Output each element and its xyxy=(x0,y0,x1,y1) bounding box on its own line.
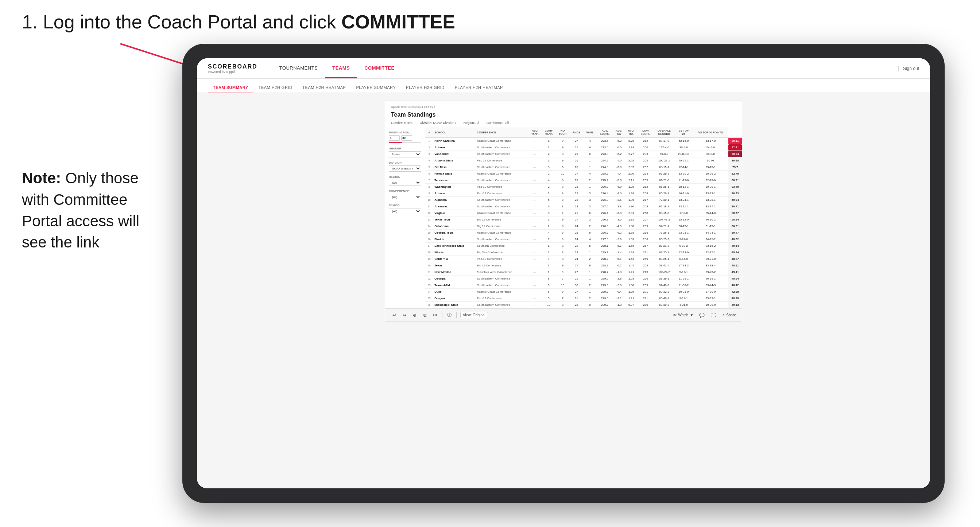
cell-wins: 1 xyxy=(584,164,597,171)
cell-no-tour: 8 xyxy=(556,197,570,203)
cell-avg-sg: 1.85 xyxy=(625,230,637,236)
table-row[interactable]: 15 Georgia Tech Atlantic Coast Conferenc… xyxy=(425,230,742,236)
cell-low-score: 59-39-1 xyxy=(654,276,675,282)
table-row[interactable]: 19 California Pac-12 Conference — 4 8 24… xyxy=(425,256,742,262)
more-icon[interactable]: ••• xyxy=(432,312,438,319)
sub-nav-player-h2h-grid[interactable]: PLAYER H2H GRID xyxy=(401,85,450,93)
table-row[interactable]: 23 Texas A&M Southeastern Conference — 9… xyxy=(425,282,742,289)
cell-adj-score: 278.7 xyxy=(596,269,613,276)
nav-link-tournaments[interactable]: TOURNAMENTS xyxy=(272,58,325,78)
table-row[interactable]: 3 Vanderbilt Southeastern Conference — 2… xyxy=(425,151,742,157)
table-row[interactable]: 5 Ole Miss Southeastern Conference — 3 6… xyxy=(425,164,742,171)
cell-reg-rank: — xyxy=(528,157,542,164)
cell-school: Arizona State xyxy=(433,157,476,164)
sub-nav-team-h2h-grid[interactable]: TEAM H2H GRID xyxy=(253,85,298,93)
cell-vs-25: 29-25-2 xyxy=(693,269,729,276)
table-row[interactable]: 7 Tennessee Southeastern Conference — 4 … xyxy=(425,177,742,184)
table-row[interactable]: 22 Georgia Southeastern Conference — 8 7… xyxy=(425,276,742,282)
paste-icon[interactable]: ⧉ xyxy=(422,312,428,319)
table-row[interactable]: 1 North Carolina Atlantic Coast Conferen… xyxy=(425,138,742,144)
cell-overall: 9-10-2 xyxy=(675,243,693,249)
table-row[interactable]: 4 Arizona State Pac-12 Conference — 1 9 … xyxy=(425,157,742,164)
cell-rnds: 27 xyxy=(570,171,584,177)
cell-points: 82.79 xyxy=(729,171,742,177)
cell-wins: 8 xyxy=(584,262,597,269)
min-rounds-slider[interactable] xyxy=(389,142,421,143)
sign-out-link[interactable]: Sign out xyxy=(903,66,919,71)
gender-select[interactable]: Men's Women's xyxy=(389,151,421,157)
redo-icon[interactable]: ↪ xyxy=(401,312,408,319)
undo-icon[interactable]: ↩ xyxy=(391,312,398,319)
sub-nav-player-h2h-heatmap[interactable]: PLAYER H2H HEATMAP xyxy=(450,85,508,93)
table-row[interactable]: 20 Texas Big 12 Conference — 3 9 27 8 27… xyxy=(425,262,742,269)
school-select[interactable]: (All) xyxy=(389,208,421,214)
table-row[interactable]: 17 East Tennessee State Southern Confere… xyxy=(425,243,742,249)
cell-avg-sg: 1.39 xyxy=(625,289,637,295)
table-row[interactable]: 8 Washington Pac-12 Conference — 2 8 23 … xyxy=(425,184,742,190)
cell-wins: 5 xyxy=(584,243,597,249)
cell-conference: Big 12 Conference xyxy=(476,262,528,269)
col-no-tour: NoTour xyxy=(556,127,570,138)
cell-wins: 6 xyxy=(584,151,597,157)
table-row[interactable]: 21 New Mexico Mountain West Conference —… xyxy=(425,269,742,276)
cell-rank: 20 xyxy=(425,262,433,269)
table-row[interactable]: 9 Arizona Pac-12 Conference — 3 8 22 3 2… xyxy=(425,190,742,197)
conference-group: Conference (All) SEC ACC xyxy=(389,189,421,200)
table-row[interactable]: 13 Texas Tech Big 12 Conference — 1 9 27… xyxy=(425,216,742,223)
cell-rank: 4 xyxy=(425,157,433,164)
min-rounds-from[interactable] xyxy=(389,135,400,141)
table-row[interactable]: 25 Oregon Pac-12 Conference — 5 7 21 2 2… xyxy=(425,295,742,302)
gender-filter: Gender: Men's xyxy=(391,121,412,125)
col-rnds: Rnds xyxy=(570,127,584,138)
conference-select[interactable]: (All) SEC ACC xyxy=(389,194,421,200)
fullscreen-icon[interactable]: ⛶ xyxy=(710,312,717,319)
cell-conference: Pac-12 Conference xyxy=(476,157,528,164)
cell-par: -0.7 xyxy=(613,262,625,269)
cell-par: -5.1 xyxy=(613,243,625,249)
cell-par: -3.8 xyxy=(613,276,625,282)
cell-no-tour: 7 xyxy=(556,295,570,302)
table-row[interactable]: 16 Florida Southeastern Conference — 7 9… xyxy=(425,236,742,243)
cell-rnds: 27 xyxy=(570,144,584,151)
cell-reg-rank: — xyxy=(528,144,542,151)
nav-link-committee[interactable]: COMMITTEE xyxy=(357,58,402,78)
cell-rank: 11 xyxy=(425,203,433,210)
watch-button[interactable]: 👁 Watch ▼ xyxy=(673,313,693,317)
cell-no-tour: 9 xyxy=(556,269,570,276)
table-row[interactable]: 18 Illinois Big Ten Conference — 1 8 23 … xyxy=(425,249,742,256)
filter-row: Gender: Men's Division: NCAA Division I … xyxy=(391,121,736,125)
table-row[interactable]: 26 Mississippi State Southeastern Confer… xyxy=(425,302,742,308)
sub-nav-team-summary[interactable]: TEAM SUMMARY xyxy=(208,85,253,93)
min-rounds-to[interactable] xyxy=(401,135,412,141)
table-row[interactable]: 12 Virginia Atlantic Coast Conference — … xyxy=(425,210,742,216)
table-row[interactable]: 10 Alabama Southeastern Conference — 5 8… xyxy=(425,197,742,203)
region-select[interactable]: N/A All xyxy=(389,180,421,186)
sub-nav-team-h2h-heatmap[interactable]: TEAM H2H HEATMAP xyxy=(297,85,351,93)
view-original-button[interactable]: View: Original xyxy=(460,312,488,318)
cell-overall: 9-19-1 xyxy=(675,295,693,302)
col-conference: Conference xyxy=(476,127,528,138)
nav-link-teams[interactable]: TEAMS xyxy=(325,58,357,78)
cell-wins: 2 xyxy=(584,256,597,262)
table-row[interactable]: 14 Oklahoma Big 12 Conference — 2 8 24 2… xyxy=(425,223,742,230)
cell-adj-score: 274.8 xyxy=(596,164,613,171)
cell-par: -2.9 xyxy=(613,236,625,243)
cell-reg-rank: — xyxy=(528,256,542,262)
cell-adj-score: 277.0 xyxy=(596,203,613,210)
cell-adj-score: 276.4 xyxy=(596,210,613,216)
table-row[interactable]: 6 Florida State Atlantic Coast Conferenc… xyxy=(425,171,742,177)
share-button[interactable]: ↗ Share xyxy=(722,313,736,317)
col-vs-50-points: Vs Top 50 Points xyxy=(693,127,729,138)
table-row[interactable]: 2 Auburn Southeastern Conference — 1 9 2… xyxy=(425,144,742,151)
cell-reg-rank: — xyxy=(528,151,542,157)
table-row[interactable]: 11 Arkansas Southeastern Conference — 6 … xyxy=(425,203,742,210)
sub-nav-player-summary[interactable]: PLAYER SUMMARY xyxy=(351,85,401,93)
table-row[interactable]: 24 Duke Atlantic Coast Conference — 5 9 … xyxy=(425,289,742,295)
info-icon[interactable]: ⓘ xyxy=(446,312,453,319)
cell-school: Florida State xyxy=(433,171,476,177)
division-select[interactable]: NCAA Division I NCAA Division II NCAA Di… xyxy=(389,165,421,171)
cell-adj-score: 279.7 xyxy=(596,289,613,295)
cell-avg-sg: 1.44 xyxy=(625,262,637,269)
copy-icon[interactable]: ⊕ xyxy=(411,312,418,319)
comment-icon[interactable]: 💬 xyxy=(698,312,705,319)
